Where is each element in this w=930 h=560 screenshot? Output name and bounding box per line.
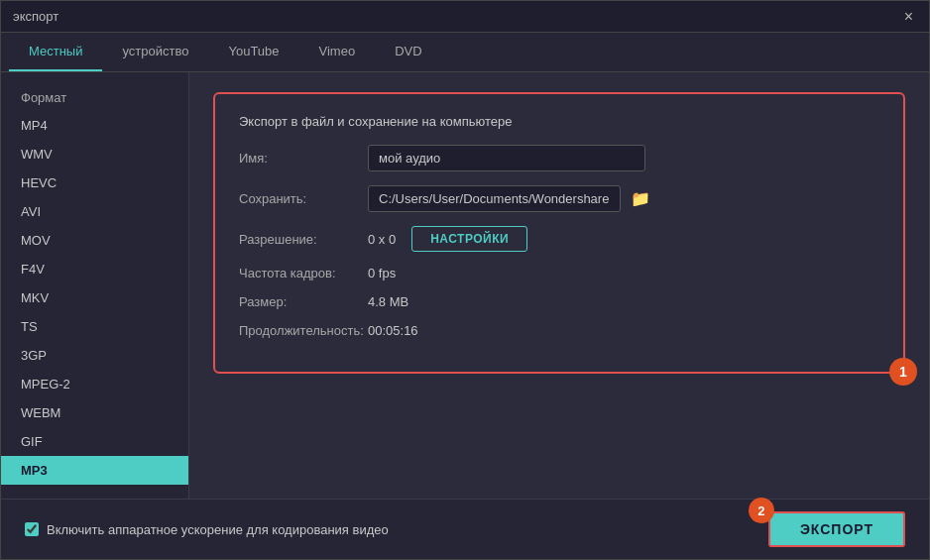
tab-youtube[interactable]: YouTube [208, 33, 298, 71]
main-window: экспорт × Местный устройство YouTube Vim… [0, 0, 930, 560]
badge-1: 1 [889, 358, 917, 386]
sidebar-item-webm[interactable]: WEBM [1, 398, 188, 427]
save-row: Сохранить: 📁 [239, 185, 879, 212]
hardware-accel-row: Включить аппаратное ускорение для кодиро… [25, 522, 389, 537]
fps-row: Частота кадров: 0 fps [239, 266, 879, 280]
resolution-value: 0 x 0 [368, 232, 396, 247]
sidebar-item-mp4[interactable]: MP4 [1, 111, 188, 140]
duration-label: Продолжительность: [239, 323, 368, 338]
hardware-accel-label: Включить аппаратное ускорение для кодиро… [47, 522, 389, 537]
resolution-row: Разрешение: 0 x 0 НАСТРОЙКИ [239, 226, 879, 252]
tab-vimeo[interactable]: Vimeo [299, 33, 376, 71]
sidebar-item-mpeg2[interactable]: MPEG-2 [1, 370, 188, 398]
size-label: Размер: [239, 294, 368, 309]
tab-local[interactable]: Местный [9, 33, 102, 71]
window-title: экспорт [13, 9, 58, 24]
fps-value: 0 fps [368, 266, 396, 280]
badge-2: 2 [749, 498, 774, 523]
tabs-bar: Местный устройство YouTube Vimeo DVD [1, 33, 929, 72]
settings-button[interactable]: НАСТРОЙКИ [411, 226, 527, 252]
bottom-bar: Включить аппаратное ускорение для кодиро… [1, 499, 929, 559]
folder-icon: 📁 [631, 190, 650, 207]
resolution-value-row: 0 x 0 НАСТРОЙКИ [368, 226, 527, 252]
export-panel-title: Экспорт в файл и сохранение на компьютер… [239, 114, 879, 129]
size-value: 4.8 MB [368, 294, 408, 309]
sidebar-item-f4v[interactable]: F4V [1, 255, 188, 283]
hardware-accel-checkbox[interactable] [25, 522, 39, 536]
name-input[interactable] [368, 145, 645, 171]
sidebar-item-hevc[interactable]: HEVC [1, 168, 188, 197]
export-btn-container: 2 ЭКСПОРТ [768, 511, 905, 547]
format-label: Формат [1, 84, 188, 111]
sidebar-item-mov[interactable]: MOV [1, 226, 188, 255]
main-content: Формат MP4 WMV HEVC AVI MOV F4V MKV TS 3… [1, 72, 929, 499]
save-path-input[interactable] [368, 185, 621, 212]
sidebar-item-wmv[interactable]: WMV [1, 140, 188, 168]
tab-device[interactable]: устройство [102, 33, 208, 71]
spacer [213, 390, 905, 479]
save-label: Сохранить: [239, 191, 368, 206]
name-row: Имя: [239, 145, 879, 171]
size-row: Размер: 4.8 MB [239, 294, 879, 309]
name-label: Имя: [239, 151, 368, 166]
export-panel: Экспорт в файл и сохранение на компьютер… [213, 92, 905, 374]
sidebar-item-gif[interactable]: GIF [1, 427, 188, 456]
sidebar: Формат MP4 WMV HEVC AVI MOV F4V MKV TS 3… [1, 72, 189, 499]
sidebar-item-mkv[interactable]: MKV [1, 283, 188, 312]
sidebar-item-mp3[interactable]: MP3 [1, 456, 188, 485]
sidebar-item-3gp[interactable]: 3GP [1, 341, 188, 370]
title-bar: экспорт × [1, 1, 929, 33]
tab-dvd[interactable]: DVD [375, 33, 441, 71]
content-area: Экспорт в файл и сохранение на компьютер… [189, 72, 929, 499]
resolution-label: Разрешение: [239, 232, 368, 247]
sidebar-item-avi[interactable]: AVI [1, 197, 188, 226]
fps-label: Частота кадров: [239, 266, 368, 280]
duration-row: Продолжительность: 00:05:16 [239, 323, 879, 338]
folder-browse-button[interactable]: 📁 [627, 187, 654, 210]
sidebar-item-ts[interactable]: TS [1, 312, 188, 341]
export-button[interactable]: ЭКСПОРТ [768, 511, 905, 547]
duration-value: 00:05:16 [368, 323, 418, 338]
path-row: 📁 [368, 185, 654, 212]
close-button[interactable]: × [900, 8, 917, 26]
